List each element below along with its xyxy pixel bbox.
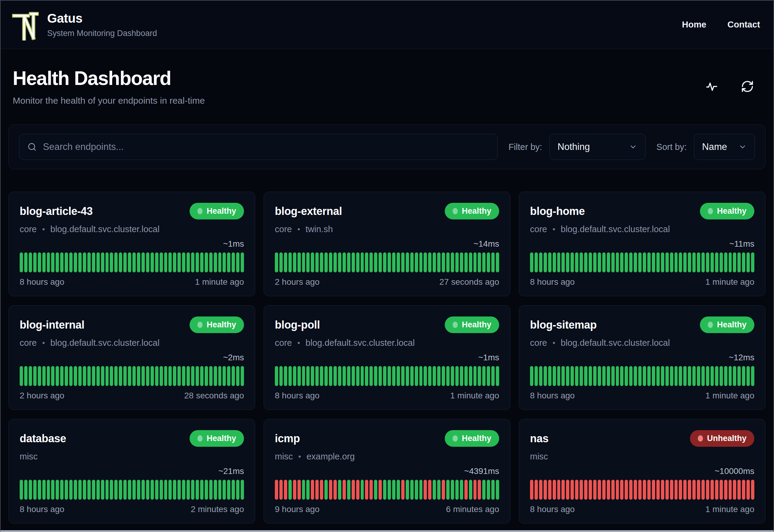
card-head: blog-home Healthy: [530, 203, 754, 219]
check-bar: [87, 252, 91, 272]
check-bar: [279, 366, 283, 386]
check-bar: [580, 366, 583, 386]
brand-tagline: System Monitoring Dashboard: [47, 29, 157, 38]
check-bar: [29, 252, 32, 272]
nav-contact-link[interactable]: Contact: [727, 20, 760, 30]
check-bar: [406, 480, 409, 500]
check-bar: [298, 366, 301, 386]
sort-select[interactable]: Name: [694, 134, 755, 160]
check-bar: [706, 252, 709, 272]
check-bar: [584, 252, 587, 272]
check-bar: [65, 366, 68, 386]
check-bar: [701, 366, 705, 386]
endpoint-card[interactable]: blog-external Healthy core • twin.sh ~14…: [264, 192, 510, 296]
check-bar: [530, 366, 533, 386]
check-bar: [275, 480, 278, 500]
check-bar: [607, 252, 610, 272]
newest-timestamp: 6 minutes ago: [446, 504, 499, 514]
check-bar: [491, 480, 495, 500]
page-head: Health Dashboard Monitor the health of y…: [8, 67, 766, 106]
check-bar: [487, 252, 490, 272]
check-bar: [437, 480, 441, 500]
check-bar: [92, 480, 95, 500]
check-bar: [746, 252, 750, 272]
check-bar: [47, 252, 50, 272]
filter-select[interactable]: Nothing: [549, 134, 646, 160]
check-bar: [451, 480, 454, 500]
oldest-timestamp: 8 hours ago: [20, 504, 64, 514]
endpoint-name: blog-internal: [20, 319, 84, 331]
check-bar: [33, 252, 37, 272]
check-bar: [338, 252, 341, 272]
check-bar: [688, 252, 691, 272]
check-bar: [168, 252, 172, 272]
check-bar: [200, 252, 203, 272]
check-bar: [451, 366, 454, 386]
check-bar: [491, 252, 495, 272]
newest-timestamp: 27 seconds ago: [439, 277, 499, 287]
search-input[interactable]: [43, 141, 489, 152]
search-box[interactable]: [19, 134, 498, 160]
latency-label: ~2ms: [20, 353, 244, 362]
check-bar: [442, 252, 445, 272]
oldest-timestamp: 2 hours ago: [20, 391, 64, 401]
endpoint-card[interactable]: blog-poll Healthy core • blog.default.sv…: [264, 305, 510, 410]
check-bar: [746, 366, 750, 386]
refresh-icon[interactable]: [741, 79, 755, 93]
check-bar: [306, 252, 310, 272]
main-nav: Home Contact: [682, 20, 760, 30]
status-dot-icon: [453, 208, 458, 214]
check-bar: [302, 480, 305, 500]
check-bar: [460, 480, 463, 500]
endpoint-card[interactable]: database Healthy misc • ~21ms 8 hours ag…: [8, 419, 255, 524]
endpoint-card[interactable]: icmp Healthy misc • example.org ~4391ms …: [264, 419, 510, 524]
check-bar: [132, 366, 136, 386]
endpoint-card[interactable]: blog-home Healthy core • blog.default.sv…: [519, 192, 766, 296]
nav-home-link[interactable]: Home: [682, 20, 706, 30]
check-bar: [333, 252, 337, 272]
check-bar: [580, 480, 583, 500]
page-title: Health Dashboard: [13, 67, 205, 89]
status-badge: Healthy: [445, 316, 499, 333]
check-bar: [675, 252, 678, 272]
check-bar: [114, 480, 118, 500]
check-bar: [742, 480, 745, 500]
activity-icon[interactable]: [705, 79, 719, 93]
check-bar: [106, 252, 109, 272]
check-bar: [187, 480, 190, 500]
endpoints-grid: blog-article-43 Healthy core • blog.defa…: [8, 192, 766, 524]
check-bar: [491, 366, 495, 386]
endpoint-card[interactable]: blog-article-43 Healthy core • blog.defa…: [8, 192, 255, 296]
endpoint-card[interactable]: blog-internal Healthy core • blog.defaul…: [8, 305, 255, 410]
endpoint-card[interactable]: nas Unhealthy misc • ~10000ms 8 hours ag…: [519, 419, 766, 524]
endpoint-card[interactable]: blog-sitemap Healthy core • blog.default…: [519, 305, 766, 410]
check-bar: [697, 252, 700, 272]
check-bar: [123, 366, 127, 386]
check-bar: [209, 366, 213, 386]
check-bar: [688, 366, 691, 386]
check-bar: [473, 366, 477, 386]
check-bar: [638, 480, 642, 500]
check-bar: [665, 366, 669, 386]
check-bar: [553, 480, 556, 500]
check-bar: [20, 366, 23, 386]
oldest-timestamp: 9 hours ago: [275, 504, 320, 514]
endpoint-meta: core • blog.default.svc.cluster.local: [530, 338, 754, 348]
check-bar: [279, 480, 283, 500]
check-bar: [598, 366, 601, 386]
check-bar: [706, 480, 709, 500]
check-bar: [241, 480, 244, 500]
check-bar: [164, 366, 167, 386]
check-bar: [56, 480, 59, 500]
check-bar: [729, 480, 732, 500]
check-bar: [392, 366, 395, 386]
check-bar: [182, 480, 185, 500]
chevron-down-icon: [629, 143, 637, 151]
check-bar: [128, 252, 131, 272]
uptime-history-bars: [20, 480, 244, 500]
check-bar: [746, 480, 750, 500]
check-bar: [701, 480, 705, 500]
card-footer: 8 hours ago 1 minute ago: [530, 391, 754, 401]
check-bar: [196, 366, 199, 386]
toolbar: Filter by: Nothing Sort by: Name: [8, 125, 766, 169]
